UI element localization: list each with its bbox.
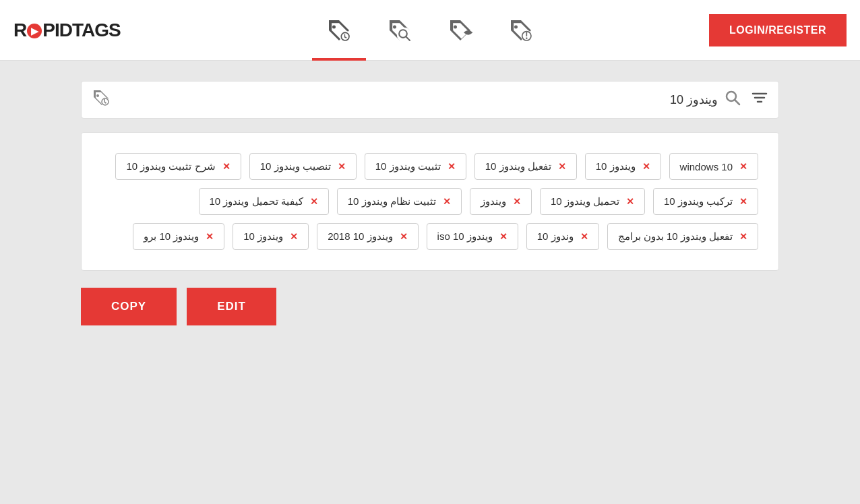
login-register-button[interactable]: LOGIN/REGISTER <box>709 14 847 46</box>
tag-close-icon[interactable]: ✕ <box>206 231 214 242</box>
tag-label: ويندوز 10 iso <box>437 230 493 243</box>
tag-search-icon <box>386 17 413 44</box>
tag-label: وندوز 10 <box>537 230 574 243</box>
svg-line-11 <box>735 100 739 104</box>
search-container <box>0 61 860 132</box>
tag-item: ✕ويندوز 10 برو <box>133 223 224 250</box>
tag-item: ✕تثبيت ويندوز 10 <box>365 153 466 180</box>
tags-container: ✕windows 10✕ويندوز 10✕تفعيل ويندوز 10✕تث… <box>81 132 779 271</box>
logo: R▶PIDTAGS <box>13 20 121 41</box>
tag-label: ويندوز 10 2018 <box>328 230 392 243</box>
tag-label: ويندوز 10 <box>243 230 283 243</box>
nav-tag-settings[interactable] <box>312 0 366 61</box>
tag-close-icon[interactable]: ✕ <box>448 161 456 172</box>
tag-close-icon[interactable]: ✕ <box>580 231 588 242</box>
tag-item: ✕تفعيل ويندوز 10 بدون برامج <box>607 223 758 250</box>
tag-label: تفعيل ويندوز 10 بدون برامج <box>618 230 733 243</box>
tag-label: تنصيب ويندوز 10 <box>260 160 331 172</box>
nav-bar <box>312 0 548 61</box>
tag-settings-icon <box>326 17 352 44</box>
search-button[interactable] <box>725 90 741 110</box>
tag-close-icon[interactable]: ✕ <box>558 161 566 172</box>
tag-label: تفعيل ويندوز 10 <box>485 160 551 172</box>
search-icon <box>725 90 741 106</box>
tag-label: windows 10 <box>680 161 733 172</box>
search-input[interactable] <box>117 93 718 107</box>
tag-item: ✕تنصيب ويندوز 10 <box>249 153 357 180</box>
tag-label: تثبيت ويندوز 10 <box>375 160 441 172</box>
tag-item: ✕كيفية تحميل ويندوز 10 <box>199 188 329 215</box>
tag-generate-icon <box>447 17 474 44</box>
nav-tag-generate[interactable] <box>433 0 487 61</box>
filter-button[interactable] <box>751 89 768 111</box>
tag-label: ويندوز <box>481 195 506 208</box>
tag-item: ✕وندوز 10 <box>526 223 599 250</box>
filter-icon <box>751 89 768 106</box>
tag-close-icon[interactable]: ✕ <box>642 161 650 172</box>
tag-label: تثبيت نظام ويندوز 10 <box>348 195 436 208</box>
tag-item: ✕windows 10 <box>669 153 758 180</box>
tag-label: شرح تثبيت ويندوز 10 <box>126 160 215 172</box>
tag-close-icon[interactable]: ✕ <box>513 196 521 207</box>
tag-item: ✕تركيب ويندوز 10 <box>653 188 758 215</box>
tag-label: ويندوز 10 <box>596 160 636 172</box>
tag-item: ✕تفعيل ويندوز 10 <box>474 153 577 180</box>
tag-close-icon[interactable]: ✕ <box>739 196 747 207</box>
tag-close-icon[interactable]: ✕ <box>443 196 451 207</box>
tag-item: ✕ويندوز <box>470 188 532 215</box>
logo-icon: ▶ <box>27 24 42 38</box>
search-box <box>81 81 779 119</box>
tag-label: تحميل ويندوز 10 <box>551 195 619 208</box>
tag-icon <box>92 88 111 111</box>
tag-label: كيفية تحميل ويندوز 10 <box>210 195 303 208</box>
tag-item: ✕شرح تثبيت ويندوز 10 <box>115 153 241 180</box>
tag-close-icon[interactable]: ✕ <box>626 196 634 207</box>
copy-button[interactable]: COPY <box>81 288 177 325</box>
tag-item: ✕ويندوز 10 <box>233 223 309 250</box>
tag-item: ✕ويندوز 10 iso <box>427 223 518 250</box>
tag-close-icon[interactable]: ✕ <box>739 161 747 172</box>
tag-close-icon[interactable]: ✕ <box>400 231 408 242</box>
svg-point-7 <box>526 37 528 39</box>
tag-item: ✕ويندوز 10 <box>585 153 661 180</box>
tag-item: ✕ويندوز 10 2018 <box>317 223 418 250</box>
tag-audit-icon <box>508 17 534 44</box>
tag-label: تركيب ويندوز 10 <box>664 195 733 208</box>
tag-item: ✕تثبيت نظام ويندوز 10 <box>337 188 462 215</box>
tag-close-icon[interactable]: ✕ <box>290 231 298 242</box>
nav-tag-search[interactable] <box>373 0 427 61</box>
tag-close-icon[interactable]: ✕ <box>310 196 318 207</box>
action-buttons: COPY EDIT <box>0 271 860 342</box>
tag-item: ✕تحميل ويندوز 10 <box>540 188 645 215</box>
tag-close-icon[interactable]: ✕ <box>499 231 508 242</box>
tag-close-icon[interactable]: ✕ <box>338 161 346 172</box>
tag-close-icon[interactable]: ✕ <box>739 231 747 242</box>
tag-label: ويندوز 10 برو <box>144 230 199 243</box>
tag-close-icon[interactable]: ✕ <box>222 161 231 172</box>
tags-grid: ✕windows 10✕ويندوز 10✕تفعيل ويندوز 10✕تث… <box>102 153 758 250</box>
nav-tag-audit[interactable] <box>494 0 548 61</box>
edit-button[interactable]: EDIT <box>187 288 276 325</box>
header: R▶PIDTAGS <box>0 0 860 61</box>
